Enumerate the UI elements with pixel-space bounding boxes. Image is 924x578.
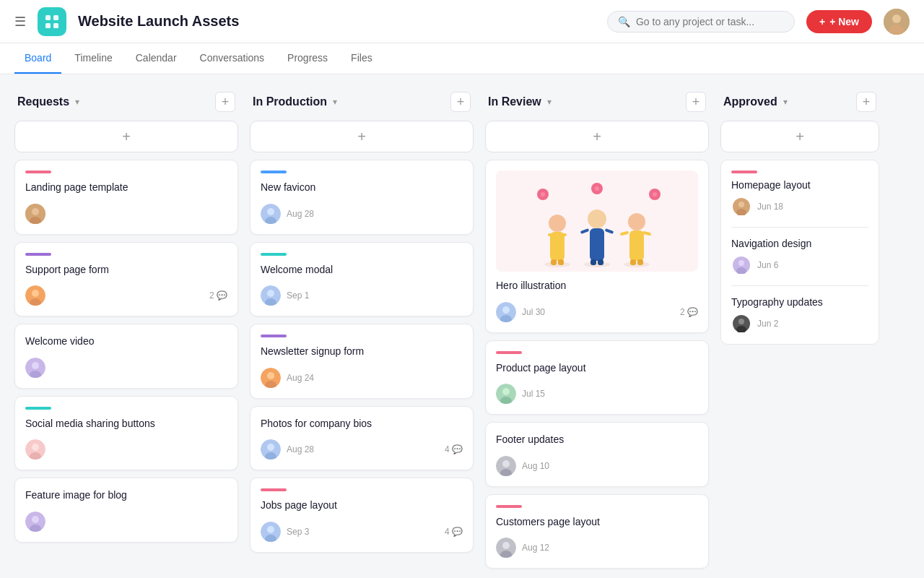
svg-point-23: [267, 208, 274, 215]
card-footer: Sep 1: [261, 285, 463, 306]
card-date: Jun 6: [757, 260, 778, 270]
tab-timeline[interactable]: Timeline: [64, 43, 122, 74]
column-header-in-review: In Review ▾ +: [485, 92, 709, 112]
card-footer: Jul 15: [496, 384, 698, 404]
add-card-row-requests[interactable]: +: [14, 121, 238, 152]
search-bar[interactable]: 🔍: [607, 11, 795, 33]
menu-icon[interactable]: ☰: [14, 14, 26, 30]
card-customers-page-layout[interactable]: Customers page layout Aug 12: [485, 494, 709, 569]
add-card-button-in-review[interactable]: +: [686, 92, 706, 112]
svg-point-17: [32, 444, 39, 451]
avatar: [25, 439, 45, 460]
card-title: Customers page layout: [496, 515, 698, 530]
card-title: Typography updates: [731, 296, 868, 308]
card-title: Feature image for blog: [25, 488, 227, 503]
card-social-media-sharing-buttons[interactable]: Social media sharing buttons: [14, 396, 238, 471]
svg-point-84: [738, 319, 744, 324]
avatar: [496, 302, 516, 322]
svg-point-75: [502, 542, 510, 549]
svg-rect-1: [53, 15, 58, 20]
avatar: [25, 512, 45, 532]
new-button[interactable]: + + New: [806, 10, 872, 33]
card-date: Aug 28: [287, 209, 314, 219]
avatar: [496, 456, 516, 476]
svg-point-29: [267, 372, 274, 379]
card-footer: Jul 30 2 💬: [496, 302, 698, 322]
card-typography-updates[interactable]: Typography updates Jun 2: [731, 286, 868, 344]
search-input[interactable]: [636, 16, 784, 27]
card-homepage-layout[interactable]: Homepage layout Jun 18: [731, 160, 868, 228]
svg-point-78: [738, 202, 744, 207]
card-title: Welcome modal: [261, 263, 463, 277]
svg-rect-0: [45, 15, 51, 20]
card-footer: Aug 28 4 💬: [261, 439, 463, 460]
tab-files[interactable]: Files: [341, 43, 383, 74]
tab-progress[interactable]: Progress: [277, 43, 338, 74]
svg-point-49: [588, 210, 606, 228]
add-card-button-requests[interactable]: +: [215, 92, 235, 112]
svg-rect-57: [629, 230, 644, 261]
card-date: Sep 1: [287, 290, 309, 301]
column-title-approved: Approved: [723, 95, 777, 108]
card-new-favicon[interactable]: New favicon Aug 28: [250, 160, 474, 235]
card-title: Newsletter signup form: [261, 345, 463, 359]
card-support-page-form[interactable]: Support page form 2 💬: [14, 242, 238, 317]
card-landing-page-template[interactable]: Landing page template: [14, 160, 238, 235]
app-logo[interactable]: [38, 7, 66, 36]
header: ☰ Website Launch Assets 🔍 + + New: [0, 0, 924, 43]
avatar: [25, 285, 45, 306]
svg-point-32: [267, 444, 274, 451]
board: Requests ▾ + + Landing page template Sup…: [0, 74, 924, 578]
card-product-page-layout[interactable]: Product page layout Jul 15: [485, 340, 709, 415]
card-footer: Sep 3 4 💬: [261, 522, 463, 542]
card-photos-for-company-bios[interactable]: Photos for company bios Aug 28 4 💬: [250, 406, 474, 471]
avatar: [261, 204, 281, 224]
card-footer: Aug 28: [261, 204, 463, 224]
plus-icon: +: [819, 16, 825, 27]
search-icon: 🔍: [618, 16, 630, 27]
tab-board[interactable]: Board: [14, 43, 61, 74]
card-title: Footer updates: [496, 433, 698, 447]
add-card-button-approved[interactable]: +: [856, 92, 876, 112]
svg-point-11: [32, 290, 39, 297]
column-header-approved: Approved ▾ +: [720, 92, 879, 112]
card-tag: [25, 171, 51, 173]
avatar: [261, 368, 281, 388]
user-avatar[interactable]: [884, 9, 910, 35]
card-date: Sep 3: [287, 527, 309, 537]
svg-rect-42: [559, 233, 567, 236]
avatar: [261, 522, 281, 542]
card-feature-image-for-blog[interactable]: Feature image for blog: [14, 478, 238, 543]
tab-conversations[interactable]: Conversations: [190, 43, 275, 74]
svg-point-55: [595, 186, 599, 191]
avatar: [261, 285, 281, 306]
card-hero-illustration[interactable]: Hero illustration Jul 30 2 💬: [485, 160, 709, 333]
column-in-production: In Production ▾ + + New favicon Aug 28 W…: [250, 92, 474, 560]
avatar: [25, 204, 45, 224]
svg-rect-44: [558, 259, 564, 265]
add-card-row-in-production[interactable]: +: [250, 121, 474, 152]
add-card-button-in-production[interactable]: +: [450, 92, 471, 112]
card-welcome-modal[interactable]: Welcome modal Sep 1: [250, 242, 474, 317]
svg-point-40: [549, 215, 566, 232]
svg-rect-2: [45, 23, 51, 28]
card-tag: [261, 488, 287, 491]
add-card-row-in-review[interactable]: +: [485, 121, 709, 152]
card-navigation-design[interactable]: Navigation design Jun 6: [731, 228, 868, 286]
column-title-in-production: In Production: [253, 95, 327, 108]
card-title: Homepage layout: [731, 179, 868, 191]
svg-point-72: [502, 460, 510, 467]
svg-rect-52: [590, 259, 596, 265]
tab-calendar[interactable]: Calendar: [126, 43, 187, 74]
comment-count: 4 💬: [445, 444, 463, 454]
card-newsletter-signup-form[interactable]: Newsletter signup form Aug 24: [250, 324, 474, 399]
card-footer-updates[interactable]: Footer updates Aug 10: [485, 422, 709, 487]
card-title: New favicon: [261, 181, 463, 195]
card-date: Jul 15: [522, 389, 545, 399]
card-jobs-page-layout[interactable]: Jobs page layout Sep 3 4 💬: [250, 478, 474, 553]
card-tag: [25, 407, 51, 410]
card-welcome-video[interactable]: Welcome video: [14, 324, 238, 389]
column-requests: Requests ▾ + + Landing page template Sup…: [14, 92, 238, 550]
svg-point-46: [541, 192, 545, 197]
add-card-row-approved[interactable]: +: [720, 121, 879, 152]
